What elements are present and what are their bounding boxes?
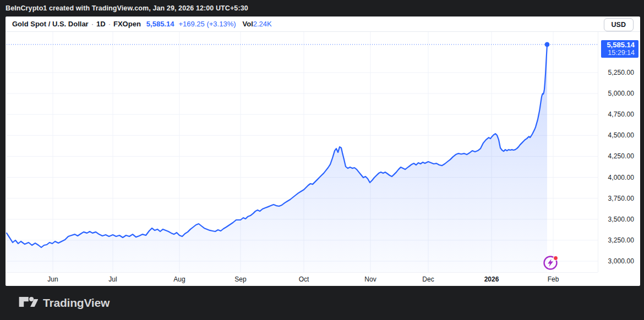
header-price-change: +169.25 (+3.13%) — [178, 20, 236, 28]
event-lightning-icon[interactable] — [542, 254, 560, 272]
attribution-text: BeInCrypto1 created with TradingView.com… — [6, 4, 248, 12]
badge-time: 15:29:14 — [601, 49, 635, 57]
time-axis[interactable]: JunJulAugSepOctNovDec2026Feb — [6, 272, 598, 286]
header-last-price: 5,585.14 — [146, 20, 174, 28]
time-tick-label: Jul — [94, 273, 132, 286]
time-tick-label: Sep — [221, 273, 260, 286]
chart-header: Gold Spot / U.S. Dollar · 1D · FXOpen 5,… — [6, 16, 640, 32]
currency-toggle-button[interactable]: USD — [604, 18, 634, 31]
price-tick-label: 3,750.00 — [608, 194, 634, 203]
time-tick-label: 2026 — [472, 273, 511, 286]
price-tick-label: 4,000.00 — [608, 173, 634, 182]
price-tick-label: 4,500.00 — [608, 131, 634, 140]
interval-label[interactable]: 1D — [96, 20, 106, 28]
attribution-bar: BeInCrypto1 created with TradingView.com… — [0, 0, 644, 16]
tradingview-logo-icon[interactable] — [18, 294, 38, 312]
chart-panel: 5,585.14 15:29:14 5,250.005,000.004,750.… — [6, 16, 640, 286]
price-tick-label: 3,250.00 — [608, 236, 634, 245]
price-tick-label: 3,000.00 — [608, 257, 634, 266]
time-tick-label: Oct — [285, 273, 323, 286]
time-tick-label: Jun — [34, 273, 72, 286]
badge-price: 5,585.14 — [601, 41, 635, 49]
separator-dot: · — [91, 20, 94, 28]
time-tick-label: Dec — [409, 273, 447, 286]
time-tick-label: Feb — [534, 273, 572, 286]
chart-area[interactable]: 5,585.14 15:29:14 — [6, 16, 640, 286]
time-tick-label: Nov — [351, 273, 390, 286]
tradingview-wordmark[interactable]: TradingView — [43, 296, 110, 310]
volume-label: Vol — [243, 20, 253, 28]
last-price-badge: 5,585.14 15:29:14 — [601, 40, 638, 58]
price-tick-label: 5,250.00 — [608, 68, 634, 77]
price-tick-label: 3,500.00 — [608, 215, 634, 224]
time-tick-label: Aug — [160, 273, 199, 286]
footer-bar: TradingView — [0, 286, 644, 320]
exchange-label[interactable]: FXOpen — [113, 20, 141, 28]
symbol-title[interactable]: Gold Spot / U.S. Dollar — [12, 20, 89, 28]
price-tick-label: 5,000.00 — [608, 89, 634, 98]
price-axis[interactable]: 5,250.005,000.004,750.004,500.004,250.00… — [598, 32, 640, 272]
price-tick-label: 4,250.00 — [608, 152, 634, 161]
price-chart[interactable] — [6, 16, 640, 286]
price-tick-label: 4,750.00 — [608, 110, 634, 119]
separator-dot: · — [108, 20, 111, 28]
volume-value: 2.24K — [253, 20, 272, 28]
